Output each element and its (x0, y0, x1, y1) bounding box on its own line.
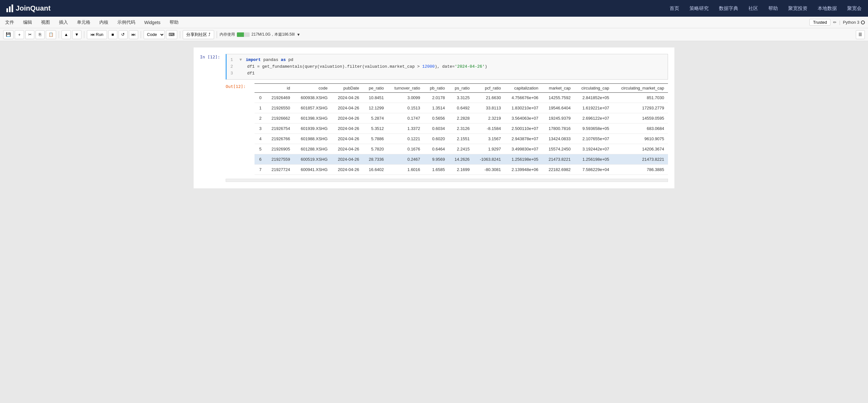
cell-pb_ratio: 2.0178 (424, 93, 449, 103)
memory-indicator: 内存使用 217M/1.0G，本篇186.58l ▼ (220, 32, 301, 37)
cell-ps_ratio: 2.2415 (449, 144, 473, 154)
memory-dropdown-icon[interactable]: ▼ (297, 32, 300, 37)
menu-cell[interactable]: 单元格 (75, 18, 92, 27)
nav-data-dict[interactable]: 数据字典 (719, 5, 738, 11)
row-index: 7 (254, 165, 266, 175)
cell-circulating_market_cap: 14559.0595 (613, 113, 668, 123)
cell-id: 21926766 (266, 134, 294, 144)
code-editor[interactable]: 1 ▼ import pandas as pd 2 df1 = get_fund… (226, 54, 668, 80)
nav-community[interactable]: 社区 (748, 5, 758, 11)
run-button[interactable]: ⏮ Run (87, 30, 107, 39)
keyboard-button[interactable]: ⌨ (166, 30, 177, 39)
stop-button[interactable]: ■ (108, 30, 117, 39)
logo-text: JoinQuant (16, 4, 51, 12)
horizontal-scrollbar[interactable] (226, 179, 668, 182)
restart-button[interactable]: ↺ (119, 30, 128, 39)
code-content-1: import pandas as pd (246, 57, 293, 63)
cell-capitalization: 2.139948e+06 (505, 165, 542, 175)
paste-button[interactable]: 📋 (46, 30, 56, 39)
cell-pcf_ratio: -80.3081 (473, 165, 505, 175)
menu-edit[interactable]: 编辑 (21, 18, 34, 27)
row-index: 5 (254, 144, 266, 154)
cell-code: 600938.XSHG (294, 93, 332, 103)
cell-ps_ratio: 2.2828 (449, 113, 473, 123)
table-row: 721927724600941.XSHG2024-04-2616.64021.6… (254, 165, 668, 175)
cell-capitalization: 1.256198e+05 (505, 154, 542, 165)
cell-pb_ratio: 1.3514 (424, 103, 449, 113)
cell-circulating_cap: 2.841852e+05 (575, 93, 613, 103)
cell-market_cap: 14255.7592 (542, 93, 575, 103)
col-header-pb: pb_ratio (424, 84, 449, 93)
move-up-button[interactable]: ▲ (62, 30, 71, 39)
cell-circulating_market_cap: 683.0684 (613, 123, 668, 134)
output-row: Out[12]: id code pubDate pe_ratio turnov… (226, 83, 668, 175)
cell-id: 21927559 (266, 154, 294, 165)
separator-3 (141, 31, 141, 38)
col-header-circ-market-cap: circulating_market_cap (613, 84, 668, 93)
move-down-button[interactable]: ▼ (72, 30, 82, 39)
cell-code: 600519.XSHG (294, 154, 332, 165)
menu-help[interactable]: 帮助 (168, 18, 181, 27)
restart-run-button[interactable]: ⏭ (129, 30, 138, 39)
col-header-id: id (266, 84, 294, 93)
col-header-pe: pe_ratio (363, 84, 388, 93)
cut-button[interactable]: ✂ (25, 30, 34, 39)
cell-ps_ratio: 2.1699 (449, 165, 473, 175)
col-header-rowindex (254, 84, 266, 93)
col-header-pcf: pcf_ratio (473, 84, 505, 93)
cell-pcf_ratio: 2.3219 (473, 113, 505, 123)
cell-market_cap: 22182.6982 (542, 165, 575, 175)
cell-pe_ratio: 5.2874 (363, 113, 388, 123)
cell-pe_ratio: 12.1299 (363, 103, 388, 113)
pencil-icon[interactable]: ✏ (833, 20, 837, 25)
code-content-3: df1 (247, 70, 254, 77)
cell-id: 21926469 (266, 93, 294, 103)
kernel-status-circle (861, 21, 865, 24)
cell-circulating_market_cap: 786.3885 (613, 165, 668, 175)
cell-pe_ratio: 16.6402 (363, 165, 388, 175)
logo-bar-2 (9, 6, 10, 12)
col-header-pubdate: pubDate (332, 84, 363, 93)
code-line-1: 1 ▼ import pandas as pd (230, 57, 664, 63)
cell-pcf_ratio: 3.1567 (473, 134, 505, 144)
menu-insert[interactable]: 插入 (57, 18, 70, 27)
cell-circulating_cap: 1.256198e+05 (575, 154, 613, 165)
menu-bar: 文件 编辑 视图 插入 单元格 内核 示例代码 Widgets 帮助 Trust… (0, 17, 868, 28)
nav-local-data[interactable]: 本地数据 (818, 5, 837, 11)
cell-in-label: In [12]: (200, 54, 226, 59)
code-content-2: df1 = get_fundamentals(query(valuation).… (247, 63, 487, 70)
notebook-area: In [12]: 1 ▼ import pandas as pd 2 df1 =… (0, 41, 868, 403)
table-scroll-container[interactable]: id code pubDate pe_ratio turnover_ratio … (254, 83, 668, 175)
nav-home[interactable]: 首页 (670, 5, 679, 11)
nav-community2[interactable]: 聚宽会 (847, 5, 862, 11)
copy-button[interactable]: ⎘ (36, 30, 44, 39)
menu-kernel[interactable]: 内核 (97, 18, 110, 27)
nav-strategy[interactable]: 策略研究 (689, 5, 709, 11)
nav-help[interactable]: 帮助 (768, 5, 778, 11)
row-index: 2 (254, 113, 266, 123)
cell-type-select[interactable]: Code (144, 30, 165, 39)
table-header-row: id code pubDate pe_ratio turnover_ratio … (254, 84, 668, 93)
menu-examples[interactable]: 示例代码 (115, 18, 137, 27)
menu-widgets[interactable]: Widgets (142, 19, 162, 26)
memory-label: 内存使用 (220, 32, 235, 37)
save-button[interactable]: 💾 (3, 30, 13, 39)
add-cell-button[interactable]: ＋ (15, 30, 24, 39)
separator: | (839, 20, 840, 25)
trusted-button[interactable]: Trusted (809, 19, 831, 26)
fold-arrow: ▼ (240, 57, 242, 63)
menu-file[interactable]: 文件 (3, 18, 16, 27)
cell-pubDate: 2024-04-26 (332, 144, 363, 154)
row-index: 4 (254, 134, 266, 144)
list-icon-button[interactable]: ☰ (856, 30, 865, 39)
nav-invest[interactable]: 聚宽投资 (788, 5, 807, 11)
cell-circulating_market_cap: 21473.8221 (613, 154, 668, 165)
cell-pb_ratio: 0.6034 (424, 123, 449, 134)
cell-market_cap: 13424.0833 (542, 134, 575, 144)
cell-pcf_ratio: 1.9297 (473, 144, 505, 154)
menu-view[interactable]: 视图 (39, 18, 52, 27)
logo[interactable]: JoinQuant (6, 4, 51, 12)
table-row: 121926550601857.XSHG2024-04-2612.12990.1… (254, 103, 668, 113)
share-icon: ⤴ (208, 32, 211, 37)
share-button[interactable]: 分享到社区 ⤴ (183, 30, 214, 39)
